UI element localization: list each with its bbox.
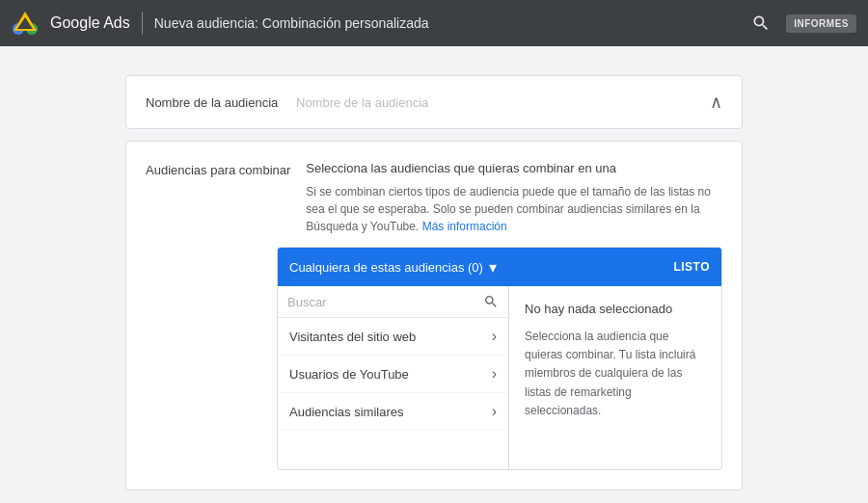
desc-sub-text: Si se combinan ciertos tipos de audienci… [306,185,711,233]
audience-name-card: Nombre de la audiencia Nombre de la audi… [125,75,743,129]
search-button[interactable] [744,6,778,40]
search-icon [751,13,771,33]
selector-right-panel: No hay nada seleccionado Selecciona la a… [509,286,721,469]
list-item-label: Visitantes del sitio web [289,330,416,344]
audience-name-row: Nombre de la audiencia Nombre de la audi… [126,76,742,128]
audience-name-input-area[interactable]: Nombre de la audiencia [296,95,694,110]
search-area [278,286,508,318]
google-ads-logo-icon [12,10,39,37]
mas-informacion-link[interactable]: Más información [422,220,507,233]
topnav-actions: INFORMES [744,6,856,40]
audiencias-label: Audiencias para combinar [146,161,290,247]
topnav: Google Ads Nueva audiencia: Combinación … [0,0,868,46]
app-logo: Google Ads [12,10,130,37]
listo-button[interactable]: LISTO [673,260,710,274]
audience-name-label: Nombre de la audiencia [146,95,281,110]
selector-panel: Cualquiera de estas audiencias (0) ▾ LIS… [277,247,722,470]
audience-type-list: Visitantes del sitio web›Usuarios de You… [278,318,508,469]
nav-divider [142,12,143,35]
list-item[interactable]: Visitantes del sitio web› [278,318,508,356]
dropdown-arrow-icon: ▾ [489,258,497,277]
list-item-arrow: › [492,328,497,345]
list-item-label: Usuarios de YouTube [289,367,409,382]
desc-main: Selecciona las audiencias que quieras co… [306,161,722,175]
app-name: Google Ads [50,14,130,32]
selector-left-panel: Visitantes del sitio web›Usuarios de You… [278,286,509,469]
logo-svg [12,10,39,37]
no-selection-desc: Selecciona la audiencia que quieras comb… [525,328,706,420]
page-title: Nueva audiencia: Combinación personaliza… [154,15,429,31]
audience-type-dropdown[interactable]: Cualquiera de estas audiencias (0) ▾ [289,258,497,277]
dropdown-label: Cualquiera de estas audiencias (0) [289,260,483,275]
search-icon [483,294,499,309]
list-item-label: Audiencias similares [289,405,404,419]
list-item[interactable]: Usuarios de YouTube› [278,356,508,393]
no-selection-title: No hay nada seleccionado [525,302,706,316]
main-content: Nombre de la audiencia Nombre de la audi… [0,46,868,503]
audiencias-header: Audiencias para combinar Selecciona las … [126,142,742,247]
list-item-arrow: › [492,403,497,420]
selector-header: Cualquiera de estas audiencias (0) ▾ LIS… [278,248,721,286]
audiencias-card: Audiencias para combinar Selecciona las … [125,141,743,490]
list-item-arrow: › [492,365,497,383]
informes-button[interactable]: INFORMES [786,14,856,33]
desc-sub: Si se combinan ciertos tipos de audienci… [306,183,722,235]
audience-name-placeholder: Nombre de la audiencia [296,95,428,110]
audiencias-description: Selecciona las audiencias que quieras co… [306,161,722,247]
selector-body: Visitantes del sitio web›Usuarios de You… [278,286,721,469]
audience-name-chevron[interactable]: ∧ [710,92,722,113]
search-input[interactable] [287,295,477,309]
list-item[interactable]: Audiencias similares› [278,393,508,431]
